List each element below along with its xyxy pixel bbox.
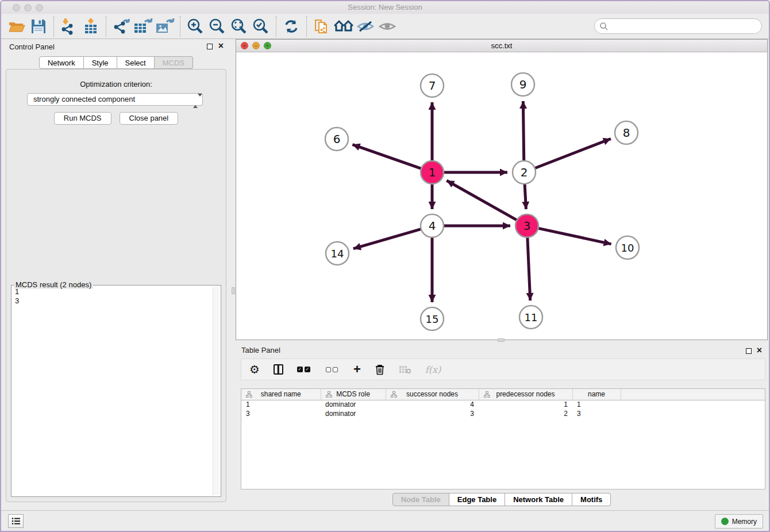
table-cell[interactable]: 2 bbox=[479, 409, 572, 418]
node-label-8: 8 bbox=[623, 126, 630, 140]
network-window-title: scc.txt bbox=[236, 41, 767, 50]
hide-selected-eye-icon[interactable] bbox=[355, 16, 376, 37]
node-table[interactable]: shared nameMCDS rolesuccessor nodesprede… bbox=[241, 388, 765, 489]
table-panel-title: Table Panel bbox=[241, 346, 280, 354]
edge-3-1[interactable] bbox=[446, 180, 518, 221]
table-cell[interactable]: dominator bbox=[321, 409, 386, 418]
column-header-mcds-role[interactable]: MCDS role bbox=[321, 389, 386, 400]
show-all-eye-icon[interactable] bbox=[376, 16, 398, 37]
criterion-dropdown[interactable]: strongly connected component bbox=[27, 93, 203, 106]
edge-4-14[interactable] bbox=[353, 229, 422, 249]
table-cell[interactable]: 4 bbox=[386, 400, 479, 409]
result-item[interactable]: 1 bbox=[15, 287, 211, 296]
table-cell[interactable]: dominator bbox=[321, 400, 386, 409]
zoom-fit-icon[interactable] bbox=[228, 16, 250, 37]
memory-button[interactable]: Memory bbox=[715, 514, 763, 529]
network-view-window: × − + scc.txt 1234678910111415 bbox=[236, 39, 768, 340]
add-column-icon[interactable]: + bbox=[353, 363, 361, 376]
table-cell[interactable]: 3 bbox=[386, 409, 479, 418]
run-mcds-button[interactable]: Run MCDS bbox=[54, 112, 111, 125]
toolbar-separator bbox=[106, 16, 106, 37]
column-label: MCDS role bbox=[336, 390, 370, 398]
open-session-icon[interactable] bbox=[6, 16, 28, 37]
tab-select[interactable]: Select bbox=[117, 56, 155, 69]
import-table-icon[interactable] bbox=[80, 16, 102, 37]
close-table-panel-icon[interactable]: × bbox=[757, 345, 762, 356]
task-history-button[interactable] bbox=[8, 514, 24, 528]
tab-node-table[interactable]: Node Table bbox=[392, 493, 449, 506]
zoom-selected-icon[interactable] bbox=[250, 16, 272, 37]
main-area: Control Panel × NetworkStyleSelectMCDS O… bbox=[1, 39, 769, 510]
node-label-15: 15 bbox=[426, 313, 439, 325]
delete-column-icon[interactable] bbox=[375, 363, 385, 376]
control-panel: Control Panel × NetworkStyleSelectMCDS O… bbox=[1, 39, 231, 510]
vertical-splitter-grip[interactable] bbox=[232, 287, 235, 294]
table-cell[interactable]: 3 bbox=[572, 409, 621, 418]
export-image-icon[interactable] bbox=[154, 16, 176, 37]
edge-3-10[interactable] bbox=[537, 228, 611, 244]
edge-2-9[interactable] bbox=[523, 101, 523, 162]
table-cell[interactable]: 1 bbox=[241, 400, 321, 409]
application-window: Session: New Session bbox=[0, 0, 770, 532]
column-header-shared-name[interactable]: shared name bbox=[241, 389, 321, 400]
tab-network[interactable]: Network bbox=[39, 56, 84, 69]
dropdown-stepper-icon bbox=[193, 95, 198, 107]
duplicate-network-icon[interactable] bbox=[311, 16, 333, 37]
column-label: shared name bbox=[261, 390, 301, 398]
close-panel-icon[interactable]: × bbox=[218, 40, 224, 52]
table-row[interactable]: 1dominator411 bbox=[241, 400, 765, 409]
deselect-all-checkboxes-icon[interactable] bbox=[326, 363, 340, 376]
column-header-name[interactable]: name bbox=[572, 389, 621, 400]
main-toolbar bbox=[1, 14, 769, 39]
table-panel-header: Table Panel × bbox=[236, 341, 768, 356]
tab-mcds[interactable]: MCDS bbox=[155, 56, 193, 69]
control-panel-header: Control Panel × bbox=[1, 39, 231, 54]
table-cell[interactable]: 1 bbox=[572, 400, 621, 409]
tab-style[interactable]: Style bbox=[84, 56, 117, 69]
export-table-icon[interactable] bbox=[132, 16, 154, 37]
settings-gear-icon[interactable]: ⚙ bbox=[249, 363, 260, 376]
table-cell[interactable]: 3 bbox=[241, 409, 321, 418]
mcds-panel: Optimization criterion: strongly connect… bbox=[6, 69, 226, 502]
network-canvas[interactable]: 1234678910111415 bbox=[236, 52, 767, 340]
home-view-icon[interactable] bbox=[333, 16, 355, 37]
mcds-result-list[interactable]: 13 bbox=[15, 287, 211, 495]
node-label-14: 14 bbox=[331, 248, 344, 260]
control-panel-title: Control Panel bbox=[9, 43, 55, 51]
export-network-icon[interactable] bbox=[110, 16, 132, 37]
tab-network-table[interactable]: Network Table bbox=[505, 493, 572, 506]
search-input[interactable] bbox=[594, 18, 762, 34]
edge-1-6[interactable] bbox=[352, 145, 422, 169]
edge-2-8[interactable] bbox=[534, 138, 611, 168]
import-network-icon[interactable] bbox=[58, 16, 80, 37]
edge-3-11[interactable] bbox=[528, 236, 530, 300]
column-header-successor-nodes[interactable]: successor nodes bbox=[386, 389, 479, 400]
toolbar-separator bbox=[276, 16, 276, 37]
tab-motifs[interactable]: Motifs bbox=[572, 493, 611, 506]
zoom-in-icon[interactable] bbox=[184, 16, 206, 37]
refresh-layout-icon[interactable] bbox=[280, 16, 302, 37]
result-scrollbar[interactable] bbox=[213, 287, 220, 495]
tab-edge-table[interactable]: Edge Table bbox=[449, 493, 505, 506]
table-tabs: Node TableEdge TableNetwork TableMotifs bbox=[236, 493, 768, 506]
toggle-columns-icon[interactable] bbox=[274, 363, 283, 376]
status-bar: Memory bbox=[1, 510, 769, 531]
delete-table-icon bbox=[399, 363, 411, 376]
table-row[interactable]: 3dominator323 bbox=[241, 409, 765, 418]
control-panel-tabs: NetworkStyleSelectMCDS bbox=[1, 56, 231, 69]
table-cell[interactable]: 1 bbox=[479, 400, 572, 409]
table-panel: Table Panel × ⚙ ✓✓ + f(x) shared nameMC bbox=[236, 341, 768, 510]
result-item[interactable]: 3 bbox=[15, 296, 211, 306]
select-all-checkboxes-icon[interactable]: ✓✓ bbox=[297, 363, 312, 376]
edge-2-3[interactable] bbox=[525, 183, 526, 209]
node-label-1: 1 bbox=[429, 165, 436, 179]
float-table-panel-icon[interactable] bbox=[746, 348, 752, 354]
titlebar: Session: New Session bbox=[1, 1, 769, 14]
column-header-predecessor-nodes[interactable]: predecessor nodes bbox=[479, 389, 572, 400]
zoom-out-icon[interactable] bbox=[206, 16, 228, 37]
criterion-dropdown-value: strongly connected component bbox=[33, 95, 135, 103]
save-session-icon[interactable] bbox=[28, 16, 49, 37]
close-panel-button[interactable]: Close panel bbox=[120, 112, 179, 125]
float-panel-icon[interactable] bbox=[207, 44, 213, 49]
network-graph[interactable]: 1234678910111415 bbox=[236, 52, 767, 340]
